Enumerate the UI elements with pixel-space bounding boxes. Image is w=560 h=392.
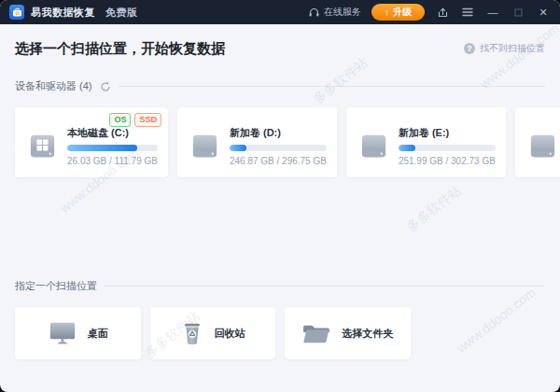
titlebar-left: 易我数据恢复 免费版 [9,5,138,20]
locations-section-header: 指定一个扫描位置 [15,280,545,292]
drive-size: 26.03 GB / 111.79 GB [67,156,158,166]
drive-name: 本地磁盘 (C:) [67,126,158,140]
location-grid: 桌面 回收站 [15,307,545,359]
app-window: 易我数据恢复 免费版 在线服务 ↑ 升级 [0,0,560,392]
drive-card-d[interactable]: 新加卷 (D:) 246.87 GB / 296.75 GB [177,107,337,177]
capacity-bar-fill [230,145,246,151]
location-label: 回收站 [215,327,245,341]
ssd-badge: SSD [134,113,161,127]
os-badge: OS [109,113,131,127]
location-card-recycle-bin[interactable]: 回收站 [150,307,276,359]
section-divider [105,286,545,287]
capacity-bar [399,145,496,151]
activate-box-icon[interactable] [435,5,450,20]
location-card-choose-folder[interactable]: 选择文件夹 [285,307,411,359]
upgrade-button[interactable]: ↑ 升级 [371,4,425,21]
capacity-bar-fill [399,145,415,151]
drive-size: 251.99 GB / 302.73 GB [399,156,496,166]
system-drive-icon [27,131,58,161]
location-label: 选择文件夹 [342,327,393,341]
menu-icon[interactable] [460,5,475,20]
drive-card-f[interactable]: 新加卷 (F:) 285.74 GB / 332.03 GB [515,107,560,177]
devices-section-header: 设备和驱动器 (4) [15,80,545,92]
page-title: 选择一个扫描位置，开始恢复数据 [15,39,225,58]
drive-badges: OS SSD [109,113,161,127]
location-card-desktop[interactable]: 桌面 [15,307,141,359]
folder-icon [301,322,331,345]
capacity-bar [67,145,158,151]
drive-card-e[interactable]: 新加卷 (E:) 251.99 GB / 302.73 GB [346,107,506,177]
drive-grid: OS SSD [15,107,545,177]
drive-icon [527,131,558,161]
drive-name: 新加卷 (D:) [230,126,327,140]
drive-card-c[interactable]: OS SSD [15,107,168,177]
drive-size: 246.87 GB / 296.75 GB [230,156,327,166]
maximize-button[interactable] [511,5,525,20]
close-button[interactable]: ✕ [536,5,551,20]
refresh-icon[interactable] [100,81,111,92]
help-link-label: 找不到扫描位置 [480,42,545,55]
drive-icon [189,131,220,161]
question-icon: ? [464,43,475,54]
help-link[interactable]: ? 找不到扫描位置 [464,42,545,55]
headset-icon [308,7,320,19]
app-logo-icon [9,5,24,20]
main-content: 选择一个扫描位置，开始恢复数据 ? 找不到扫描位置 设备和驱动器 (4) OS [0,24,560,359]
minimize-button[interactable]: — [485,5,500,20]
location-label: 桌面 [88,327,108,341]
online-service-label: 在线服务 [324,6,361,19]
page-header: 选择一个扫描位置，开始恢复数据 ? 找不到扫描位置 [15,24,545,58]
up-arrow-icon: ↑ [385,7,389,18]
recycle-bin-icon [180,320,204,346]
online-service-button[interactable]: 在线服务 [308,6,361,19]
desktop-icon [48,320,77,346]
section-divider [119,86,546,87]
capacity-bar [230,145,327,151]
drive-name: 新加卷 (E:) [399,126,496,140]
devices-section-label: 设备和驱动器 (4) [15,79,92,93]
capacity-bar-fill [67,145,137,151]
app-edition-label: 免费版 [105,6,138,20]
titlebar: 易我数据恢复 免费版 在线服务 ↑ 升级 [0,0,560,24]
titlebar-right: 在线服务 ↑ 升级 — [308,4,551,21]
upgrade-label: 升级 [393,6,412,19]
locations-section-label: 指定一个扫描位置 [15,279,97,293]
drive-icon [358,131,389,161]
app-title: 易我数据恢复 [31,6,95,20]
